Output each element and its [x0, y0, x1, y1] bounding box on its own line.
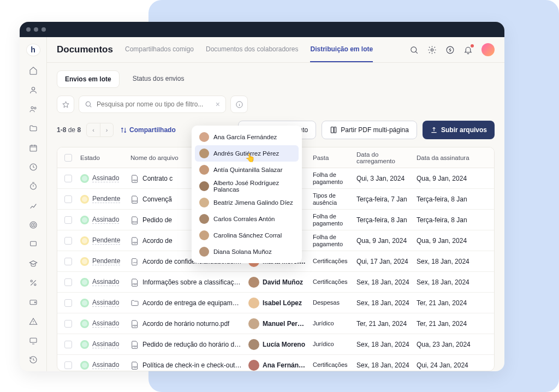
calendar-icon[interactable] [28, 143, 39, 152]
row-checkbox[interactable] [64, 278, 72, 286]
avatar [248, 298, 259, 308]
next-page[interactable]: › [100, 123, 113, 136]
assignee-cell: Manuel Perales [245, 318, 310, 329]
folder-cell: Certificações [310, 361, 353, 369]
header-tab[interactable]: Compartilhados comigo [125, 37, 194, 62]
row-checkbox[interactable] [64, 195, 72, 203]
pagination: 1-8 de 8 ‹ › [57, 123, 114, 137]
upload-date-cell: Ter, 21 Jan, 2024 [353, 320, 413, 328]
avatar [248, 318, 259, 329]
history-icon[interactable] [28, 355, 39, 365]
svg-rect-9 [30, 242, 36, 246]
bell-icon[interactable] [463, 45, 473, 55]
row-checkbox[interactable] [64, 320, 72, 328]
table-row[interactable]: AssinadoAcordo de entrega de equipamento… [57, 293, 494, 313]
sign-date-cell: Ter, 21 Jan, 2024 [413, 299, 473, 307]
sign-date-cell: Qua, 23 Jan, 2024 [413, 341, 473, 348]
column-header[interactable]: Data do carregamento [353, 151, 413, 164]
row-checkbox[interactable] [64, 299, 72, 307]
users-icon[interactable] [28, 104, 39, 114]
table-row[interactable]: AssinadoPDFPolítica de check-in e check-… [57, 355, 494, 371]
svg-point-2 [34, 107, 35, 109]
sort-link[interactable]: Compartilhado [120, 126, 176, 134]
column-header[interactable]: Estado [77, 155, 127, 161]
dropdown-item[interactable]: Antía Quintanilla Salazar [195, 162, 299, 178]
dropdown-item[interactable]: Alberto José Rodríguez Palancas [195, 178, 299, 194]
row-checkbox[interactable] [64, 258, 72, 265]
upload-date-cell: Sex, 18 Jan, 2024 [353, 341, 413, 348]
info-button[interactable] [230, 96, 248, 113]
table-row[interactable]: AssinadoPDFAcordo de horário noturno.pdf… [57, 313, 494, 334]
upload-date-cell: Terça-feira, 7 Jan [353, 195, 413, 203]
folder-icon[interactable] [28, 124, 39, 133]
sidebar: h [20, 37, 47, 371]
dropdown-item[interactable]: Diana Solana Muñoz [195, 243, 299, 260]
user-icon[interactable] [28, 85, 39, 94]
row-checkbox[interactable] [64, 216, 72, 224]
row-checkbox[interactable] [64, 361, 72, 369]
row-checkbox[interactable] [64, 175, 72, 182]
flash-icon[interactable] [445, 45, 455, 55]
percentage-icon[interactable] [28, 278, 39, 287]
file-icon: PDF [130, 361, 139, 370]
file-icon: DOC [130, 195, 139, 204]
user-avatar[interactable] [481, 43, 495, 56]
target-icon[interactable] [28, 220, 39, 229]
svg-text:PDF: PDF [133, 282, 138, 285]
header-tab[interactable]: Documentos dos colaboradores [206, 37, 298, 62]
svg-point-6 [30, 222, 37, 228]
badge-icon[interactable] [28, 240, 39, 249]
dropdown-item[interactable]: Ana García Fernández [195, 129, 299, 145]
svg-point-1 [31, 106, 33, 109]
select-all-checkbox[interactable] [64, 154, 72, 162]
page-header: Documentos Compartilhados comigoDocument… [47, 37, 504, 63]
folder-cell: Despesas [310, 299, 353, 306]
folder-cell: Jurídico [310, 320, 353, 327]
subnav: Envios em loteStatus dos envios [47, 63, 504, 88]
column-header[interactable]: Pasta [310, 155, 353, 161]
avatar [199, 230, 209, 240]
dropdown-item[interactable]: Carlos Corrales Antón [195, 211, 299, 227]
subtab[interactable]: Envios em lote [57, 70, 120, 88]
app-logo[interactable]: h [26, 44, 40, 56]
search-input[interactable] [97, 100, 211, 108]
table-row[interactable]: AssinadoPDFPedido de redução do horário … [57, 334, 494, 355]
folder-cell: Certificações [310, 278, 353, 286]
sign-date-cell: Qui, 24 Jan, 2024 [413, 361, 473, 369]
sign-date-cell: Terça-feira, 8 Jan [413, 195, 473, 203]
upload-date-cell: Terça-feira, 8 Jan [353, 216, 413, 224]
alert-icon[interactable] [28, 317, 39, 326]
dropdown-item[interactable]: Andrés Gutiérrez Pérez [195, 145, 299, 162]
clock-icon[interactable] [28, 162, 39, 171]
traffic-max[interactable] [41, 27, 46, 32]
assignee-dropdown: Ana García FernándezAndrés Gutiérrez Pér… [192, 126, 302, 263]
row-checkbox[interactable] [64, 237, 72, 245]
row-checkbox[interactable] [64, 341, 72, 348]
traffic-min[interactable] [34, 27, 38, 32]
prev-page[interactable]: ‹ [87, 123, 100, 136]
avatar [199, 132, 209, 142]
traffic-close[interactable] [26, 27, 31, 32]
chart-icon[interactable] [28, 201, 39, 210]
avatar [199, 214, 209, 224]
table-row[interactable]: AssinadoPDFInformações sobre a classific… [57, 272, 494, 293]
dropdown-item[interactable]: Carolina Sánchez Corral [195, 227, 299, 243]
clear-icon[interactable]: × [216, 100, 220, 109]
home-icon[interactable] [28, 66, 39, 75]
header-tab[interactable]: Distribuição em lote [310, 37, 373, 62]
wallet-icon[interactable] [28, 298, 39, 307]
upload-files-button[interactable]: Subir arquivos [423, 121, 495, 139]
column-header[interactable]: Data da assinatura [413, 155, 473, 161]
dropdown-item[interactable]: Beatriz Jimena Galindo Díez [195, 194, 299, 211]
split-pdf-button[interactable]: Partir PDF multi-página [322, 121, 417, 139]
education-icon[interactable] [28, 259, 39, 268]
star-button[interactable] [57, 96, 74, 113]
svg-text:PDF: PDF [133, 241, 138, 243]
subtab[interactable]: Status dos envios [125, 70, 192, 88]
search-icon[interactable] [409, 45, 419, 55]
svg-text:DOC: DOC [133, 220, 138, 223]
settings-icon[interactable] [427, 45, 437, 55]
avatar [248, 339, 259, 350]
device-icon[interactable] [28, 336, 39, 345]
timer-icon[interactable] [28, 182, 39, 191]
